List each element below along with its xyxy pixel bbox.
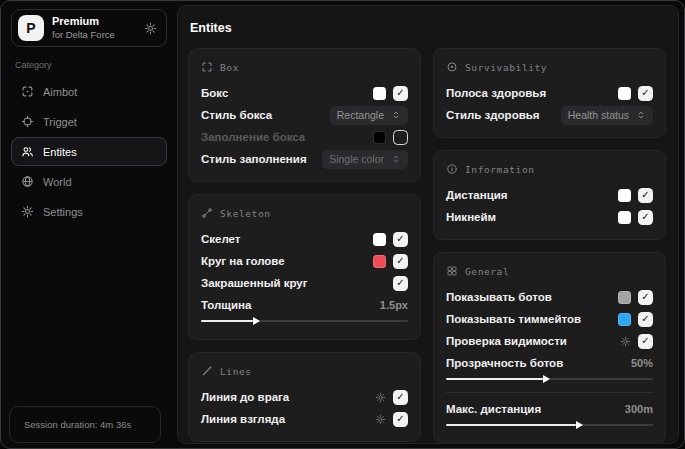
checkbox[interactable] [638,290,653,305]
color-swatch[interactable] [618,87,631,100]
setting-row: Полоса здоровья [446,82,653,104]
setting-row: Линия до врага [201,386,408,408]
sidebar-item-world[interactable]: World [11,167,167,196]
setting-row: Стиль здоровья Health status [446,104,653,126]
divider [446,392,653,393]
box-icon [201,61,213,73]
sidebar-item-label: Entites [43,146,77,158]
checkbox[interactable] [393,130,408,145]
gear-icon [21,205,34,218]
color-swatch[interactable] [618,211,631,224]
sidebar: P Premium for Delta Force Category Aimbo… [1,1,177,448]
page-title: Entites [190,21,666,35]
setting-label: Линия взгляда [201,413,285,425]
setting-label: Закрашенный круг [201,277,308,289]
checkbox[interactable] [638,210,653,225]
setting-row: Закрашенный круг [201,272,408,294]
gear-icon[interactable] [375,414,386,425]
setting-row: Бокс [201,82,408,104]
dropdown-value: Single color [329,153,384,165]
setting-label: Никнейм [446,211,496,223]
bot-opacity-slider[interactable] [446,373,653,384]
color-swatch[interactable] [618,189,631,202]
color-swatch[interactable] [373,87,386,100]
slider-value: 1.5px [380,299,408,311]
slider-thumb[interactable] [576,421,583,429]
health-style-dropdown[interactable]: Health status [561,106,653,125]
section-box: Box Бокс Стиль бокса Rectangle [188,48,421,182]
color-swatch[interactable] [618,291,631,304]
main-panel: Entites Box Бокс [177,5,679,444]
gear-icon[interactable] [620,336,631,347]
checkbox[interactable] [638,334,653,349]
setting-row: Макс. дистанция 300m [446,398,653,430]
setting-label: Заполнение бокса [201,131,305,143]
unfold-icon [636,110,646,120]
section-title: Information [465,164,535,175]
setting-row: Прозрачность ботов 50% [446,352,653,384]
session-duration-card: Session duration: 4m 36s [9,406,161,443]
slider-thumb[interactable] [253,317,260,325]
gear-icon[interactable] [144,22,157,35]
sidebar-item-aimbot[interactable]: Aimbot [11,77,167,106]
color-swatch[interactable] [373,233,386,246]
sidebar-item-trigget[interactable]: Trigget [11,107,167,136]
sidebar-item-settings[interactable]: Settings [11,197,167,226]
brand-subtitle: for Delta Force [52,29,115,41]
setting-row: Никнейм [446,206,653,228]
app-window: P Premium for Delta Force Category Aimbo… [0,0,685,449]
gear-icon[interactable] [375,392,386,403]
unfold-icon [391,154,401,164]
slider-value: 300m [625,403,653,415]
setting-row: Толщина 1.5px [201,294,408,326]
section-lines: Lines Линия до врага Линия взгляда [188,352,421,442]
section-title: Skeleton [220,208,271,219]
dropdown-value: Health status [568,109,629,121]
crosshair-icon [21,115,34,128]
setting-label: Проверка видимости [446,335,567,347]
section-title: Survivability [465,62,547,73]
setting-row: Скелет [201,228,408,250]
checkbox[interactable] [393,232,408,247]
checkbox[interactable] [393,276,408,291]
box-style-dropdown[interactable]: Rectangle [330,106,408,125]
color-swatch[interactable] [373,131,386,144]
setting-label: Прозрачность ботов [446,357,563,369]
sidebar-item-label: Trigget [43,116,77,128]
setting-label: Дистанция [446,189,507,201]
checkbox[interactable] [393,412,408,427]
checkbox[interactable] [393,254,408,269]
checkbox[interactable] [638,312,653,327]
section-title: Lines [220,366,252,377]
sidebar-item-entites[interactable]: Entites [11,137,167,166]
sidebar-nav: Aimbot Trigget Entites World Set [11,77,167,226]
pulse-icon [446,61,458,73]
color-swatch[interactable] [373,255,386,268]
slider-thumb[interactable] [543,375,550,383]
setting-row: Проверка видимости [446,330,653,352]
setting-row: Показывать ботов [446,286,653,308]
checkbox[interactable] [393,86,408,101]
max-distance-slider[interactable] [446,419,653,430]
session-duration-text: Session duration: 4m 36s [24,419,131,430]
fill-style-dropdown[interactable]: Single color [322,150,408,169]
setting-row: Стиль бокса Rectangle [201,104,408,126]
aimbot-icon [21,85,34,98]
entities-icon [21,145,34,158]
category-label: Category [15,60,163,70]
section-title: Box [220,62,239,73]
info-icon [446,163,458,175]
checkbox[interactable] [393,390,408,405]
setting-row: Линия взгляда [201,408,408,430]
setting-label: Полоса здоровья [446,87,546,99]
checkbox[interactable] [638,188,653,203]
setting-label: Бокс [201,87,228,99]
setting-row: Показывать тиммейтов [446,308,653,330]
sidebar-item-label: Settings [43,206,83,218]
color-swatch[interactable] [618,313,631,326]
setting-label: Стиль бокса [201,109,272,121]
setting-label: Толщина [201,299,251,311]
checkbox[interactable] [638,86,653,101]
thickness-slider[interactable] [201,315,408,326]
app-logo: P [18,15,44,41]
